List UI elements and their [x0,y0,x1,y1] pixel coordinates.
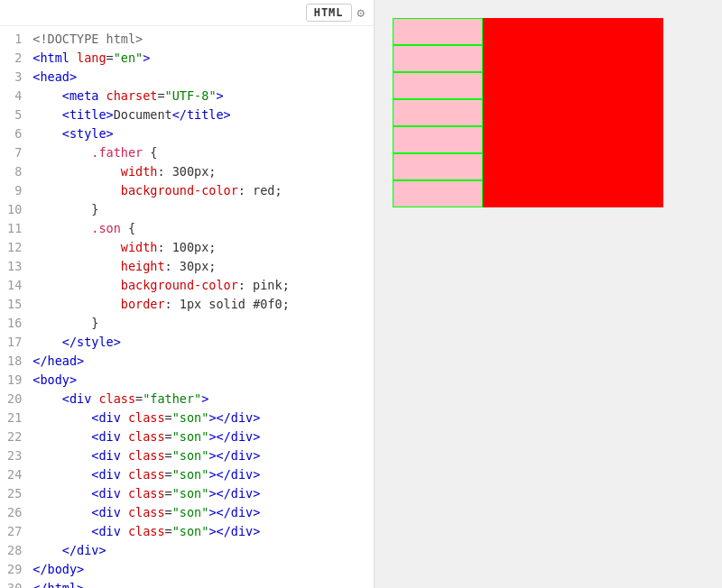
line-number: 11 [7,219,22,238]
code-line: </body> [32,560,374,579]
code-line: background-color: pink; [32,276,374,295]
gear-icon[interactable]: ⚙ [357,5,365,20]
line-number: 29 [7,560,22,579]
code-line: background-color: red; [32,181,374,200]
line-number: 5 [7,106,22,124]
line-number: 12 [7,238,22,257]
preview-father [393,18,663,207]
line-number: 9 [7,181,22,200]
code-line: <div class="son"></div> [32,503,374,522]
line-number: 8 [7,162,22,181]
code-line: <html lang="en"> [32,49,374,68]
preview-son [393,72,483,99]
code-line: <meta charset="UTF-8"> [32,87,374,106]
code-line: <div class="son"></div> [32,465,374,484]
code-line: <div class="son"></div> [32,427,374,446]
code-content[interactable]: <!DOCTYPE html><html lang="en"><head> <m… [29,26,374,588]
line-numbers: 1234567891011121314151617181920212223242… [0,26,29,588]
line-number: 15 [7,295,22,314]
editor-header: HTML ⚙ [0,0,374,26]
line-number: 22 [7,427,22,446]
line-number: 23 [7,446,22,465]
code-line: <!DOCTYPE html> [32,30,374,49]
code-line: </div> [32,541,374,560]
code-line: width: 300px; [32,162,374,181]
preview-content [393,18,663,207]
line-number: 16 [7,314,22,333]
code-line: </style> [32,333,374,352]
code-line: width: 100px; [32,238,374,257]
code-line: <div class="son"></div> [32,446,374,465]
line-number: 13 [7,257,22,276]
preview-son [393,180,483,207]
code-line: border: 1px solid #0f0; [32,295,374,314]
code-line: <div class="father"> [32,390,374,409]
code-line: <div class="son"></div> [32,484,374,503]
code-line: <title>Document</title> [32,106,374,124]
line-number: 25 [7,484,22,503]
code-line: .son { [32,219,374,238]
line-number: 3 [7,68,22,87]
preview-son [393,18,483,45]
line-number: 18 [7,352,22,371]
preview-panel [375,0,722,588]
line-number: 28 [7,541,22,560]
line-number: 17 [7,333,22,352]
line-number: 24 [7,465,22,484]
code-line: <body> [32,371,374,390]
line-number: 20 [7,390,22,409]
code-line: </head> [32,352,374,371]
preview-son [393,99,483,126]
line-number: 7 [7,143,22,162]
code-line: } [32,200,374,219]
code-line: <head> [32,68,374,87]
line-number: 27 [7,522,22,541]
line-number: 30 [7,579,22,588]
preview-son [393,153,483,180]
code-line: .father { [32,143,374,162]
preview-son [393,126,483,153]
preview-son [393,45,483,72]
code-line: } [32,314,374,333]
line-number: 21 [7,409,22,427]
code-line: </html> [32,579,374,588]
line-number: 10 [7,200,22,219]
line-number: 2 [7,49,22,68]
code-area[interactable]: 1234567891011121314151617181920212223242… [0,26,374,588]
code-line: <style> [32,124,374,143]
line-number: 1 [7,30,22,49]
code-line: <div class="son"></div> [32,522,374,541]
code-line: <div class="son"></div> [32,409,374,427]
html-badge: HTML [306,4,352,22]
line-number: 4 [7,87,22,106]
line-number: 14 [7,276,22,295]
code-line: height: 30px; [32,257,374,276]
line-number: 26 [7,503,22,522]
line-number: 6 [7,124,22,143]
editor-panel: HTML ⚙ 123456789101112131415161718192021… [0,0,375,588]
line-number: 19 [7,371,22,390]
